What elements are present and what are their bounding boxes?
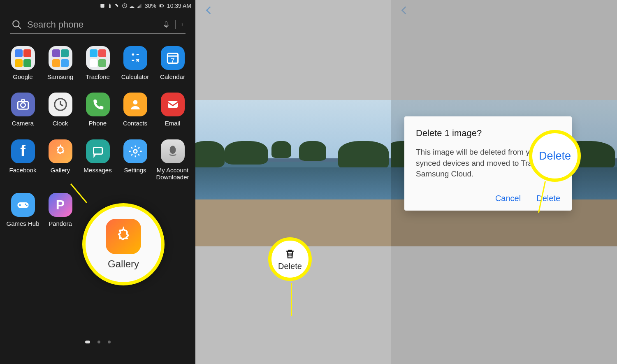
dialog-cancel-button[interactable]: Cancel xyxy=(495,194,521,203)
app-camera[interactable]: Camera xyxy=(4,93,42,127)
back-icon[interactable] xyxy=(204,5,214,16)
app-calendar[interactable]: 7Calendar xyxy=(154,46,191,80)
app-pandora[interactable]: PPandora xyxy=(42,193,79,227)
svg-point-17 xyxy=(133,149,137,153)
mic-icon[interactable] xyxy=(162,20,170,30)
app-facebook[interactable]: fFacebook xyxy=(4,139,42,181)
svg-point-5 xyxy=(13,21,19,27)
search-placeholder: Search phone xyxy=(27,19,157,30)
more-icon[interactable] xyxy=(181,20,184,29)
app-games-hub[interactable]: Games Hub xyxy=(4,193,42,227)
app-samsung[interactable]: Samsung xyxy=(42,46,79,80)
app-clock[interactable]: Clock xyxy=(42,93,79,127)
search-icon xyxy=(12,19,22,30)
app-drawer-screen: 30% 10:39 AM Search phone Google Samsung… xyxy=(0,0,195,364)
back-icon[interactable] xyxy=(399,5,410,16)
app-my-account-downloader[interactable]: My Account Downloader xyxy=(154,139,191,181)
svg-point-9 xyxy=(182,25,182,26)
svg-point-12 xyxy=(21,103,25,107)
svg-point-21 xyxy=(26,205,28,206)
trash-icon xyxy=(284,248,296,260)
svg-rect-6 xyxy=(165,21,167,26)
svg-rect-16 xyxy=(93,147,102,154)
app-google[interactable]: Google xyxy=(4,46,42,80)
app-gallery[interactable]: Gallery xyxy=(42,139,79,181)
svg-rect-0 xyxy=(100,4,104,7)
app-grid: Google Samsung Tracfone Calculator 7Cale… xyxy=(0,34,195,239)
svg-point-14 xyxy=(133,100,137,105)
battery-percent: 30% xyxy=(145,2,156,9)
callout-delete: Delete xyxy=(268,237,312,281)
svg-rect-3 xyxy=(163,5,163,6)
photo-preview[interactable] xyxy=(195,100,391,246)
status-time: 10:39 AM xyxy=(167,2,191,9)
page-indicator xyxy=(0,341,195,343)
app-email[interactable]: Email xyxy=(154,93,191,127)
app-messages[interactable]: Messages xyxy=(79,139,116,181)
app-contacts[interactable]: Contacts xyxy=(116,93,154,127)
svg-point-8 xyxy=(182,24,182,25)
app-phone[interactable]: Phone xyxy=(79,93,116,127)
svg-point-20 xyxy=(25,204,26,205)
app-settings[interactable]: Settings xyxy=(116,139,154,181)
callout-dialog-delete: Delete xyxy=(529,130,581,182)
svg-rect-15 xyxy=(168,101,178,108)
gallery-photo-screen: Delete xyxy=(195,0,391,364)
status-bar: 30% 10:39 AM xyxy=(0,0,195,12)
svg-rect-4 xyxy=(160,5,161,7)
app-calculator[interactable]: Calculator xyxy=(116,46,154,80)
search-bar[interactable]: Search phone xyxy=(10,16,186,34)
battery-icon xyxy=(159,3,165,9)
svg-point-18 xyxy=(169,146,176,154)
status-icons xyxy=(100,3,142,9)
app-tracfone[interactable]: Tracfone xyxy=(79,46,116,80)
svg-point-7 xyxy=(182,23,182,23)
